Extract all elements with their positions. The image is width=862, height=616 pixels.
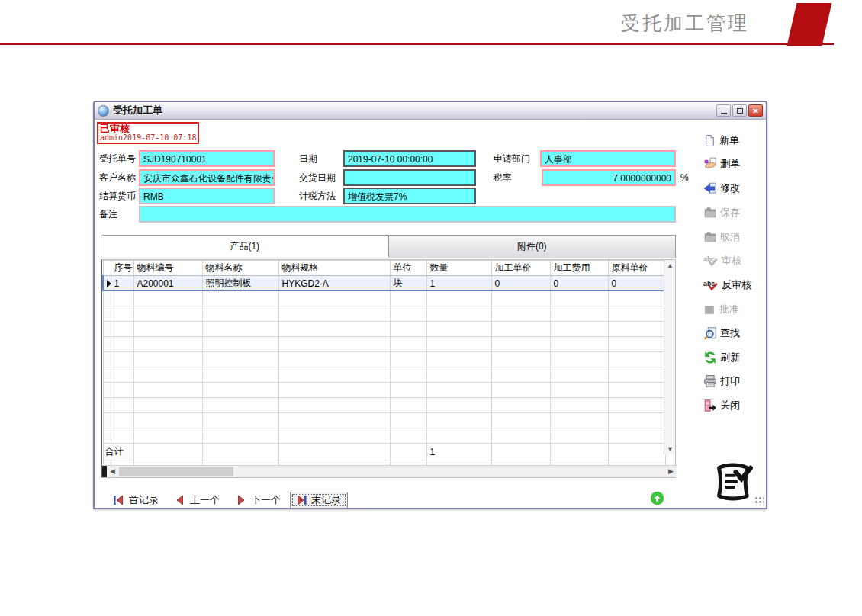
tab-product[interactable]: 产品(1) (101, 235, 389, 258)
scroll-right-icon[interactable]: ▶ (665, 466, 677, 477)
currency-field[interactable]: RMB (139, 188, 275, 204)
minimize-button[interactable] (716, 104, 731, 117)
close-button[interactable]: ✕ (748, 104, 763, 117)
audit-button[interactable]: abc 审核 (703, 252, 769, 269)
scroll-left-icon[interactable]: ◀ (107, 466, 118, 477)
table-row-empty[interactable] (103, 398, 665, 413)
remark-field[interactable] (139, 206, 676, 223)
window-titlebar[interactable]: 受托加工单 ✕ (95, 102, 766, 120)
table-row-empty[interactable] (103, 322, 665, 337)
consigned-processing-order-window: 受托加工单 ✕ 已审核 admin2019-07-10 07:18 受托单号 S… (93, 101, 767, 509)
search-button[interactable]: 查找 (703, 325, 769, 342)
vertical-scrollbar[interactable]: ▲ ▼ (664, 260, 675, 454)
prev-record-button[interactable]: 上一个 (174, 492, 220, 509)
close-window-button[interactable]: 关闭 (703, 397, 769, 414)
page-title: 受托加工管理 (621, 11, 749, 36)
detail-tabs: 产品(1) 附件(0) (101, 235, 676, 258)
print-button[interactable]: 打印 (703, 373, 769, 390)
table-row-selected[interactable]: 1 A200001 照明控制板 HYKGD2-A 块 1 0 0 0 (103, 276, 665, 291)
approved-stamp-icon (711, 462, 755, 502)
product-grid: 序号 物料编号 物料名称 物料规格 单位 数量 加工单价 加工费用 原料单价 1… (101, 259, 676, 478)
delete-order-button[interactable]: 删单 (703, 156, 769, 172)
customer-field[interactable]: 安庆市众鑫石化设备配件有限责任 (139, 169, 275, 186)
cell-item-code[interactable]: A200001 (133, 276, 202, 291)
cell-proc-fee[interactable]: 0 (550, 276, 608, 291)
table-row-empty[interactable] (103, 352, 665, 367)
cell-proc-price[interactable]: 0 (491, 276, 550, 291)
delivery-date-field[interactable] (343, 169, 476, 186)
col-seq[interactable]: 序号 (111, 261, 133, 276)
col-item-spec[interactable]: 物料规格 (278, 261, 390, 276)
tax-rate-field[interactable]: 7.0000000000 (542, 169, 676, 186)
header-divider (0, 43, 834, 45)
hscroll-thumb[interactable] (119, 467, 233, 476)
record-navbar: 首记录 上一个 下一个 末记录 (95, 490, 674, 510)
dept-field[interactable]: 人事部 (540, 150, 676, 167)
table-row-empty[interactable] (103, 367, 665, 383)
maximize-icon (737, 108, 743, 114)
cell-item-spec[interactable]: HYKGD2-A (278, 276, 390, 291)
approve-button[interactable]: 批准 (703, 301, 769, 318)
table-row-empty[interactable] (103, 337, 665, 352)
cell-qty[interactable]: 1 (426, 276, 491, 291)
date-field[interactable]: 2019-07-10 00:00:00 (343, 150, 476, 167)
tab-attachment[interactable]: 附件(0) (389, 235, 677, 258)
unaudit-button[interactable]: abc 反审核 (703, 277, 769, 294)
col-qty[interactable]: 数量 (426, 261, 491, 276)
search-label: 查找 (720, 326, 740, 340)
cell-seq[interactable]: 1 (111, 276, 133, 291)
col-item-name[interactable]: 物料名称 (202, 261, 278, 276)
tax-rate-label: 税率 (494, 170, 512, 186)
cell-unit[interactable]: 块 (390, 276, 426, 291)
col-raw-price[interactable]: 原料单价 (608, 261, 665, 276)
search-magnifier-icon (703, 326, 717, 340)
new-order-label: 新单 (719, 133, 739, 147)
save-button[interactable]: 保存 (703, 204, 769, 221)
table-row-empty[interactable] (103, 383, 665, 398)
refresh-arrows-icon (703, 351, 717, 364)
scroll-up-icon[interactable]: ▲ (664, 260, 676, 271)
resize-grip[interactable] (754, 496, 764, 505)
tax-method-label: 计税方法 (299, 188, 336, 204)
table-row-empty[interactable] (103, 306, 665, 322)
cell-item-name[interactable]: 照明控制板 (202, 276, 278, 291)
col-item-code[interactable]: 物料编号 (133, 261, 202, 276)
close-door-icon (703, 399, 717, 412)
last-record-icon (295, 494, 307, 506)
audit-abc-icon: abc (703, 255, 719, 267)
last-record-label: 末记录 (311, 493, 341, 507)
first-record-label: 首记录 (129, 493, 159, 507)
cell-raw-price[interactable]: 0 (608, 276, 665, 291)
trust-no-field[interactable]: SJD190710001 (139, 150, 275, 167)
maximize-button[interactable] (732, 104, 747, 117)
screen: 受托加工管理 受托加工单 ✕ 已审核 admin2019-07-10 07:18… (0, 0, 862, 616)
first-record-button[interactable]: 首记录 (113, 492, 159, 509)
save-folder-icon (703, 206, 717, 220)
audit-label: 审核 (722, 254, 741, 268)
new-order-button[interactable]: 新单 (703, 132, 769, 149)
close-window-label: 关闭 (720, 399, 740, 412)
globe-icon (98, 105, 109, 117)
dept-label: 申请部门 (494, 151, 530, 167)
table-row-empty[interactable] (103, 428, 665, 444)
refresh-button[interactable]: 刷新 (703, 349, 769, 366)
grid-total-row: 合计 1 (103, 444, 665, 460)
modify-button[interactable]: 修改 (703, 180, 769, 197)
currency-label: 结算货币 (99, 188, 136, 204)
col-proc-price[interactable]: 加工单价 (491, 261, 550, 276)
audit-status-text: 已审核 (100, 124, 196, 133)
col-unit[interactable]: 单位 (390, 261, 426, 276)
table-row-empty[interactable] (103, 291, 665, 306)
last-record-button[interactable]: 末记录 (290, 492, 348, 509)
table-row-empty[interactable] (103, 413, 665, 428)
horizontal-scrollbar[interactable]: ◀ ▶ (102, 465, 677, 477)
col-proc-fee[interactable]: 加工费用 (550, 261, 608, 276)
refresh-label: 刷新 (720, 351, 740, 364)
header-accent-shape (787, 3, 832, 46)
next-record-button[interactable]: 下一个 (235, 492, 281, 509)
trust-no-label: 受托单号 (99, 151, 136, 167)
page-header: 受托加工管理 (0, 0, 862, 47)
scroll-down-icon[interactable]: ▼ (664, 444, 676, 454)
tax-method-field[interactable]: 增值税发票7% (343, 188, 476, 204)
cancel-button[interactable]: 取消 (703, 229, 769, 245)
